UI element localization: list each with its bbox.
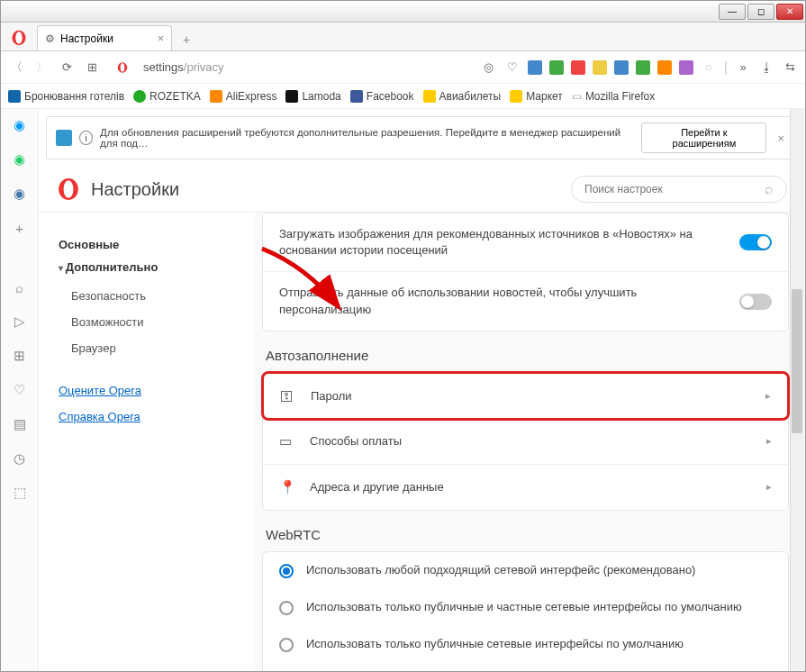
search-input[interactable]: [584, 183, 757, 195]
bookmark-item[interactable]: Facebook: [350, 90, 414, 103]
close-tab-icon[interactable]: ×: [158, 32, 164, 45]
extension-icon[interactable]: [614, 60, 629, 75]
extension-icon[interactable]: [657, 60, 672, 75]
settings-body: Основные Дополнительно Безопасность Возм…: [39, 213, 805, 671]
svg-point-3: [121, 63, 125, 71]
radio-label: Использовать любой подходящий сетевой ин…: [306, 563, 695, 577]
address-bar: 〈 〉 ⟳ ⊞ settings/privacy ◎ ♡ ○ | » ⭳ ⇆: [1, 51, 805, 84]
bookmark-item[interactable]: Lamoda: [285, 90, 340, 103]
extension-icon[interactable]: [679, 60, 693, 75]
left-sidebar: ◉ ◉ ◉ + ⌕ ▷ ⊞ ♡ ▤ ◷ ⬚: [1, 109, 39, 671]
toolbar-right: ◎ ♡ ○ | » ⭳ ⇆: [481, 59, 798, 76]
overflow-menu-icon[interactable]: »: [735, 59, 751, 76]
opera-logo-icon: [57, 177, 80, 201]
send-icon[interactable]: ▷: [11, 313, 29, 331]
webrtc-option-1[interactable]: Использовать любой подходящий сетевой ин…: [263, 552, 788, 589]
page-content: i Для обновления расширений требуются до…: [39, 109, 805, 671]
bookmark-folder[interactable]: ▭Mozilla Firefox: [572, 90, 655, 103]
url-display[interactable]: settings/privacy: [143, 60, 224, 74]
key-icon: ⚿: [280, 388, 296, 404]
search-icon: ⌕: [765, 181, 774, 197]
new-tab-button[interactable]: +: [176, 29, 197, 50]
autofill-section-title: Автозаполнение: [266, 348, 789, 363]
add-messenger-icon[interactable]: +: [11, 219, 29, 237]
opera-menu-button[interactable]: [6, 25, 32, 50]
passwords-row[interactable]: ⚿ Пароли ▸: [264, 374, 787, 418]
bookmarks-bar: Бронювання готелів ROZETKA AliExpress La…: [1, 84, 805, 109]
reload-button[interactable]: ⟳: [59, 59, 75, 76]
news-images-row: Загружать изображения для рекомендованны…: [263, 213, 788, 272]
bookmark-item[interactable]: AliExpress: [210, 90, 277, 103]
news-icon[interactable]: ▤: [11, 415, 29, 433]
opera-logo-icon: [11, 30, 27, 46]
help-opera-link[interactable]: Справка Opera: [59, 404, 255, 430]
window-titlebar: — ◻ ✕: [1, 1, 805, 23]
sidenav-advanced[interactable]: Дополнительно: [59, 260, 255, 274]
extension-icon[interactable]: [636, 60, 650, 75]
extensions-icon[interactable]: ⬚: [11, 484, 29, 502]
notice-badge-icon: [56, 130, 72, 146]
sidenav-item-features[interactable]: Возможности: [59, 309, 255, 335]
history-icon[interactable]: ◷: [11, 450, 29, 468]
payment-row[interactable]: ▭ Способы оплаты ▸: [263, 419, 788, 465]
bookmark-item[interactable]: Маркет: [510, 90, 563, 103]
sidenav-item-security[interactable]: Безопасность: [59, 283, 255, 309]
speed-dial-button[interactable]: ⊞: [84, 59, 100, 76]
radio-button[interactable]: [279, 601, 294, 615]
forward-button[interactable]: 〉: [33, 59, 50, 76]
extension-icon[interactable]: [528, 60, 542, 75]
radio-label: Использовать только публичные сетевые ин…: [306, 637, 684, 650]
toggle-news-images[interactable]: [739, 234, 772, 250]
radio-button[interactable]: [279, 638, 294, 652]
heart-icon[interactable]: ♡: [504, 59, 521, 76]
bookmark-item[interactable]: ROZETKA: [133, 90, 201, 103]
back-button[interactable]: 〈: [8, 59, 24, 76]
site-info-icon[interactable]: [114, 59, 131, 76]
snapshot-icon[interactable]: ◎: [481, 59, 497, 76]
tab-title: Настройки: [60, 32, 113, 45]
settings-scroll-area[interactable]: Загружать изображения для рекомендованны…: [255, 213, 805, 671]
news-card: Загружать изображения для рекомендованны…: [262, 213, 789, 331]
webrtc-option-3[interactable]: Использовать только публичные сетевые ин…: [263, 626, 788, 663]
vertical-scrollbar[interactable]: [790, 109, 804, 670]
extension-icon[interactable]: [571, 60, 585, 75]
location-icon: 📍: [279, 479, 295, 495]
webrtc-section-title: WebRTC: [266, 527, 789, 542]
scrollbar-thumb[interactable]: [792, 289, 802, 433]
messenger-icon[interactable]: ◉: [11, 116, 29, 134]
heart-icon[interactable]: ♡: [11, 381, 29, 399]
vk-icon[interactable]: ◉: [11, 185, 29, 203]
credit-card-icon: ▭: [279, 433, 295, 450]
radio-button[interactable]: [279, 564, 294, 578]
go-to-extensions-button[interactable]: Перейти к расширениям: [641, 123, 766, 153]
addresses-row[interactable]: 📍 Адреса и другие данные ▸: [263, 465, 788, 510]
bookmark-item[interactable]: Бронювання готелів: [8, 90, 124, 103]
radio-label: Использовать только публичные и частные …: [306, 600, 742, 613]
webrtc-option-2[interactable]: Использовать только публичные и частные …: [263, 589, 788, 626]
toggle-news-data[interactable]: [739, 294, 772, 310]
news-data-row: Отправлять данные об использовании новос…: [263, 272, 788, 330]
bookmark-item[interactable]: Авиабилеты: [423, 90, 502, 103]
sidenav-basic[interactable]: Основные: [59, 238, 255, 251]
close-window-button[interactable]: ✕: [776, 4, 803, 20]
whatsapp-icon[interactable]: ◉: [11, 150, 29, 168]
settings-sidenav: Основные Дополнительно Безопасность Возм…: [39, 213, 255, 671]
settings-search[interactable]: ⌕: [571, 176, 787, 203]
svg-point-5: [64, 180, 74, 198]
rate-opera-link[interactable]: Оцените Opera: [59, 377, 255, 404]
search-icon[interactable]: ⌕: [11, 278, 29, 296]
minimize-button[interactable]: —: [719, 4, 746, 20]
ext-overflow-icon[interactable]: ○: [701, 59, 717, 76]
extension-icon[interactable]: [549, 60, 564, 75]
sidenav-item-browser[interactable]: Браузер: [59, 335, 255, 361]
webrtc-option-4[interactable]: Отключить непроксированный UDP: [263, 663, 788, 671]
browser-tab-settings[interactable]: ⚙ Настройки ×: [37, 25, 172, 50]
downloads-icon[interactable]: ⭳: [758, 59, 774, 76]
maximize-button[interactable]: ◻: [747, 4, 774, 20]
row-label: Способы оплаты: [310, 434, 402, 448]
speed-dial-icon[interactable]: ⊞: [11, 347, 29, 365]
close-notice-icon[interactable]: ×: [774, 132, 788, 145]
extension-icon[interactable]: [593, 60, 607, 75]
row-label: Пароли: [311, 389, 352, 403]
easy-setup-icon[interactable]: ⇆: [782, 59, 798, 76]
